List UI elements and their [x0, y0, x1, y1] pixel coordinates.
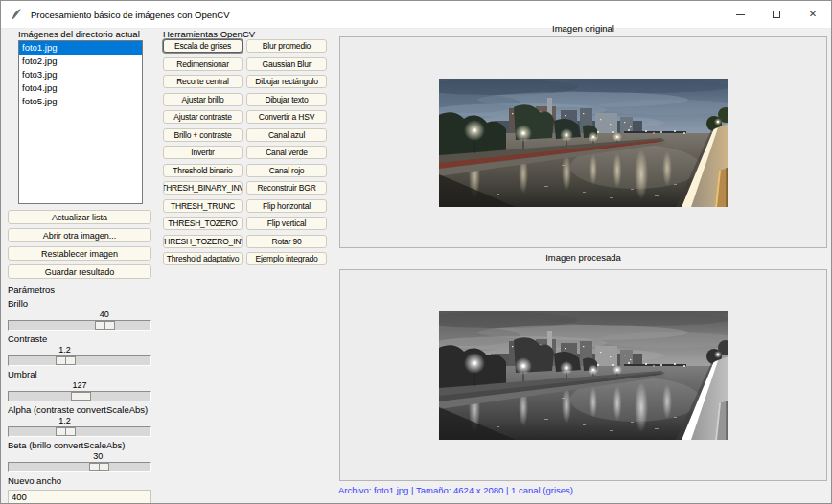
slider-value: 30	[79, 451, 117, 462]
tool-button-ajustar-contraste[interactable]: Ajustar contraste	[163, 110, 243, 124]
left-button-stack: Actualizar listaAbrir otra imagen...Rest…	[8, 210, 151, 279]
tool-button-flip-vertical[interactable]: Flip vertical	[246, 217, 327, 230]
slider-label: Umbral	[8, 369, 151, 380]
tool-button-dibujar-texto[interactable]: Dibujar texto	[246, 93, 327, 106]
left-action-button-2[interactable]: Restablecer imagen	[8, 246, 151, 261]
tool-button-gaussian-blur[interactable]: Gaussian Blur	[246, 57, 327, 71]
tool-button-rotar-90[interactable]: Rotar 90	[246, 235, 327, 248]
tool-button-canal-rojo[interactable]: Canal rojo	[246, 164, 327, 177]
tool-button-flip-horizontal[interactable]: Flip horizontal	[246, 199, 327, 213]
slider-umbral: Umbral127	[8, 369, 151, 401]
left-action-button-0[interactable]: Actualizar lista	[8, 210, 151, 224]
slider-trough[interactable]	[8, 462, 151, 472]
slider-handle[interactable]	[71, 392, 91, 401]
tool-button-escala-de-grises[interactable]: Escala de grises	[163, 39, 243, 53]
original-image-panel	[339, 36, 827, 248]
slider-contraste: Contraste1.2	[8, 333, 151, 366]
slider-trough[interactable]	[8, 426, 151, 437]
app-window: Procesamiento básico de imágenes con Ope…	[0, 0, 832, 504]
tool-button-ajustar-brillo[interactable]: Ajustar brillo	[163, 93, 243, 106]
slider-trough[interactable]	[8, 355, 151, 366]
original-photo	[439, 79, 728, 207]
status-text: Archivo: foto1.jpg | Tamaño: 4624 x 2080…	[338, 485, 573, 495]
file-item[interactable]: foto1.jpg	[19, 41, 142, 55]
file-item[interactable]: foto3.jpg	[19, 68, 142, 81]
tool-button-recorte-central[interactable]: Recorte central	[163, 75, 243, 88]
file-list-title: Imágenes del directorio actual	[18, 29, 140, 39]
new-width-label: Nuevo ancho	[8, 475, 151, 487]
tool-button-canal-azul[interactable]: Canal azul	[246, 128, 327, 142]
tool-button-redimensionar[interactable]: Redimensionar	[163, 57, 243, 71]
tool-button-reconstruir-bgr[interactable]: Reconstruir BGR	[246, 181, 327, 195]
slider-trough[interactable]	[8, 391, 151, 401]
slider-label: Contraste	[8, 333, 151, 345]
slider-value: 127	[60, 380, 99, 391]
slider-label: Brillo	[8, 298, 151, 309]
left-action-button-3[interactable]: Guardar resultado	[8, 264, 151, 279]
tool-button-invertir[interactable]: Invertir	[163, 146, 243, 159]
slider-label: Beta (brillo convertScaleAbs)	[8, 440, 151, 451]
slider-beta: Beta (brillo convertScaleAbs)30	[8, 440, 151, 472]
tools-title: Herramientas OpenCV	[163, 29, 255, 39]
tool-button-threshold-adaptativo[interactable]: Threshold adaptativo	[163, 252, 243, 265]
tool-button-thresh-binary-inv[interactable]: THRESH_BINARY_INV	[163, 181, 243, 195]
slider-brillo: Brillo40	[8, 298, 151, 331]
slider-label: Alpha (contraste convertScaleAbs)	[8, 404, 151, 416]
tool-button-thresh-tozero-inv[interactable]: THRESH_TOZERO_INV	[163, 235, 243, 248]
tool-button-thresh-tozero[interactable]: THRESH_TOZERO	[163, 217, 243, 230]
tool-button-blur-promedio[interactable]: Blur promedio	[246, 39, 327, 53]
processed-image-title: Imagen procesada	[339, 252, 827, 263]
processed-photo	[439, 311, 728, 440]
file-item[interactable]: foto5.jpg	[19, 95, 142, 108]
slider-value: 1.2	[46, 345, 84, 355]
file-item[interactable]: foto2.jpg	[19, 55, 142, 68]
slider-value: 40	[85, 309, 124, 320]
tool-button-convertir-a-hsv[interactable]: Convertir a HSV	[246, 110, 327, 124]
tool-button-ejemplo-integrado[interactable]: Ejemplo integrado	[246, 252, 327, 265]
file-list[interactable]: foto1.jpgfoto2.jpgfoto3.jpgfoto4.jpgfoto…	[18, 40, 143, 204]
slider-handle[interactable]	[56, 427, 76, 436]
left-action-button-1[interactable]: Abrir otra imagen...	[8, 228, 151, 242]
tool-button-threshold-binario[interactable]: Threshold binario	[163, 164, 243, 177]
close-icon: ✕	[809, 10, 817, 19]
slider-handle[interactable]	[95, 321, 115, 330]
tool-button-canal-verde[interactable]: Canal verde	[246, 146, 327, 159]
minimize-icon	[736, 14, 745, 15]
parameters-sliders: Brillo40Contraste1.2Umbral127Alpha (cont…	[8, 298, 151, 472]
slider-handle[interactable]	[89, 463, 109, 471]
tool-button-dibujar-rect-ngulo[interactable]: Dibujar rectángulo	[246, 75, 327, 88]
maximize-icon	[773, 11, 780, 18]
slider-alpha: Alpha (contraste convertScaleAbs)1.2	[8, 404, 151, 437]
file-item[interactable]: foto4.jpg	[19, 81, 142, 95]
tool-button-thresh-trunc[interactable]: THRESH_TRUNC	[163, 199, 243, 213]
new-width-input[interactable]	[8, 490, 151, 504]
parameters-title: Parámetros	[8, 285, 151, 296]
window-title: Procesamiento básico de imágenes con Ope…	[31, 10, 230, 20]
slider-handle[interactable]	[56, 356, 76, 365]
app-icon	[10, 8, 23, 21]
tool-button-brillo-contraste[interactable]: Brillo + contraste	[163, 128, 243, 142]
tools-grid: Escala de grisesBlur promedioRedimension…	[163, 39, 327, 265]
original-image-title: Imagen original	[339, 23, 827, 34]
slider-trough[interactable]	[8, 320, 151, 331]
processed-image-panel	[339, 269, 827, 481]
slider-value: 1.2	[46, 416, 84, 426]
parameters-section: Parámetros Brillo40Contraste1.2Umbral127…	[8, 285, 151, 504]
